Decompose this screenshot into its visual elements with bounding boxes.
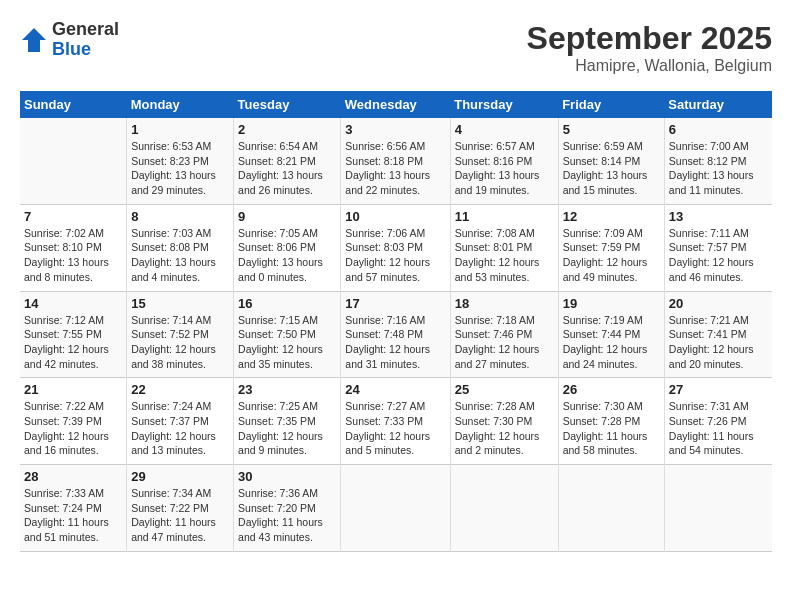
day-info: Sunrise: 7:09 AM Sunset: 7:59 PM Dayligh… <box>563 226 660 285</box>
day-number: 4 <box>455 122 554 137</box>
calendar-week-row: 28Sunrise: 7:33 AM Sunset: 7:24 PM Dayli… <box>20 465 772 552</box>
logo: General Blue <box>20 20 119 60</box>
day-header-friday: Friday <box>558 91 664 118</box>
day-info: Sunrise: 7:16 AM Sunset: 7:48 PM Dayligh… <box>345 313 445 372</box>
day-number: 27 <box>669 382 768 397</box>
calendar-week-row: 14Sunrise: 7:12 AM Sunset: 7:55 PM Dayli… <box>20 291 772 378</box>
day-number: 9 <box>238 209 336 224</box>
day-header-saturday: Saturday <box>664 91 772 118</box>
calendar-cell <box>450 465 558 552</box>
day-info: Sunrise: 7:15 AM Sunset: 7:50 PM Dayligh… <box>238 313 336 372</box>
day-info: Sunrise: 7:28 AM Sunset: 7:30 PM Dayligh… <box>455 399 554 458</box>
calendar-cell: 4Sunrise: 6:57 AM Sunset: 8:16 PM Daylig… <box>450 118 558 204</box>
calendar-cell: 10Sunrise: 7:06 AM Sunset: 8:03 PM Dayli… <box>341 204 450 291</box>
calendar-cell: 27Sunrise: 7:31 AM Sunset: 7:26 PM Dayli… <box>664 378 772 465</box>
day-number: 8 <box>131 209 229 224</box>
day-info: Sunrise: 7:18 AM Sunset: 7:46 PM Dayligh… <box>455 313 554 372</box>
calendar-cell: 25Sunrise: 7:28 AM Sunset: 7:30 PM Dayli… <box>450 378 558 465</box>
day-number: 21 <box>24 382 122 397</box>
day-info: Sunrise: 7:31 AM Sunset: 7:26 PM Dayligh… <box>669 399 768 458</box>
day-number: 18 <box>455 296 554 311</box>
day-number: 7 <box>24 209 122 224</box>
day-info: Sunrise: 6:54 AM Sunset: 8:21 PM Dayligh… <box>238 139 336 198</box>
day-info: Sunrise: 6:56 AM Sunset: 8:18 PM Dayligh… <box>345 139 445 198</box>
title-block: September 2025 Hamipre, Wallonia, Belgiu… <box>527 20 772 75</box>
calendar-cell: 20Sunrise: 7:21 AM Sunset: 7:41 PM Dayli… <box>664 291 772 378</box>
day-number: 16 <box>238 296 336 311</box>
day-info: Sunrise: 7:03 AM Sunset: 8:08 PM Dayligh… <box>131 226 229 285</box>
day-info: Sunrise: 7:25 AM Sunset: 7:35 PM Dayligh… <box>238 399 336 458</box>
day-number: 22 <box>131 382 229 397</box>
day-number: 26 <box>563 382 660 397</box>
calendar-week-row: 7Sunrise: 7:02 AM Sunset: 8:10 PM Daylig… <box>20 204 772 291</box>
calendar-cell: 22Sunrise: 7:24 AM Sunset: 7:37 PM Dayli… <box>127 378 234 465</box>
logo-icon <box>20 26 48 54</box>
day-number: 25 <box>455 382 554 397</box>
day-number: 12 <box>563 209 660 224</box>
page-header: General Blue September 2025 Hamipre, Wal… <box>20 20 772 75</box>
day-header-thursday: Thursday <box>450 91 558 118</box>
calendar-cell <box>558 465 664 552</box>
day-number: 1 <box>131 122 229 137</box>
day-number: 5 <box>563 122 660 137</box>
calendar-cell: 24Sunrise: 7:27 AM Sunset: 7:33 PM Dayli… <box>341 378 450 465</box>
calendar-cell <box>341 465 450 552</box>
calendar-week-row: 1Sunrise: 6:53 AM Sunset: 8:23 PM Daylig… <box>20 118 772 204</box>
day-number: 30 <box>238 469 336 484</box>
day-number: 29 <box>131 469 229 484</box>
day-info: Sunrise: 7:02 AM Sunset: 8:10 PM Dayligh… <box>24 226 122 285</box>
day-number: 3 <box>345 122 445 137</box>
day-number: 24 <box>345 382 445 397</box>
calendar-cell: 28Sunrise: 7:33 AM Sunset: 7:24 PM Dayli… <box>20 465 127 552</box>
day-info: Sunrise: 7:19 AM Sunset: 7:44 PM Dayligh… <box>563 313 660 372</box>
day-number: 14 <box>24 296 122 311</box>
day-number: 15 <box>131 296 229 311</box>
day-number: 6 <box>669 122 768 137</box>
calendar-cell: 1Sunrise: 6:53 AM Sunset: 8:23 PM Daylig… <box>127 118 234 204</box>
day-info: Sunrise: 7:12 AM Sunset: 7:55 PM Dayligh… <box>24 313 122 372</box>
day-number: 2 <box>238 122 336 137</box>
calendar-cell: 3Sunrise: 6:56 AM Sunset: 8:18 PM Daylig… <box>341 118 450 204</box>
day-info: Sunrise: 7:00 AM Sunset: 8:12 PM Dayligh… <box>669 139 768 198</box>
calendar-cell: 23Sunrise: 7:25 AM Sunset: 7:35 PM Dayli… <box>234 378 341 465</box>
svg-marker-0 <box>22 28 46 52</box>
day-info: Sunrise: 7:33 AM Sunset: 7:24 PM Dayligh… <box>24 486 122 545</box>
day-header-tuesday: Tuesday <box>234 91 341 118</box>
day-number: 17 <box>345 296 445 311</box>
calendar-cell: 12Sunrise: 7:09 AM Sunset: 7:59 PM Dayli… <box>558 204 664 291</box>
day-info: Sunrise: 7:11 AM Sunset: 7:57 PM Dayligh… <box>669 226 768 285</box>
day-info: Sunrise: 7:22 AM Sunset: 7:39 PM Dayligh… <box>24 399 122 458</box>
logo-general: General <box>52 19 119 39</box>
calendar-cell <box>664 465 772 552</box>
calendar-cell: 30Sunrise: 7:36 AM Sunset: 7:20 PM Dayli… <box>234 465 341 552</box>
day-info: Sunrise: 7:21 AM Sunset: 7:41 PM Dayligh… <box>669 313 768 372</box>
logo-text: General Blue <box>52 20 119 60</box>
calendar-cell: 15Sunrise: 7:14 AM Sunset: 7:52 PM Dayli… <box>127 291 234 378</box>
calendar-cell: 13Sunrise: 7:11 AM Sunset: 7:57 PM Dayli… <box>664 204 772 291</box>
day-number: 11 <box>455 209 554 224</box>
day-number: 19 <box>563 296 660 311</box>
calendar-cell: 11Sunrise: 7:08 AM Sunset: 8:01 PM Dayli… <box>450 204 558 291</box>
calendar-cell: 17Sunrise: 7:16 AM Sunset: 7:48 PM Dayli… <box>341 291 450 378</box>
day-info: Sunrise: 7:08 AM Sunset: 8:01 PM Dayligh… <box>455 226 554 285</box>
calendar-cell: 29Sunrise: 7:34 AM Sunset: 7:22 PM Dayli… <box>127 465 234 552</box>
calendar-cell: 26Sunrise: 7:30 AM Sunset: 7:28 PM Dayli… <box>558 378 664 465</box>
day-info: Sunrise: 6:59 AM Sunset: 8:14 PM Dayligh… <box>563 139 660 198</box>
day-header-sunday: Sunday <box>20 91 127 118</box>
calendar-cell: 8Sunrise: 7:03 AM Sunset: 8:08 PM Daylig… <box>127 204 234 291</box>
calendar-cell: 16Sunrise: 7:15 AM Sunset: 7:50 PM Dayli… <box>234 291 341 378</box>
calendar-table: SundayMondayTuesdayWednesdayThursdayFrid… <box>20 91 772 552</box>
logo-blue: Blue <box>52 39 91 59</box>
day-number: 20 <box>669 296 768 311</box>
day-header-monday: Monday <box>127 91 234 118</box>
day-info: Sunrise: 7:30 AM Sunset: 7:28 PM Dayligh… <box>563 399 660 458</box>
page-subtitle: Hamipre, Wallonia, Belgium <box>527 57 772 75</box>
day-header-wednesday: Wednesday <box>341 91 450 118</box>
calendar-cell: 18Sunrise: 7:18 AM Sunset: 7:46 PM Dayli… <box>450 291 558 378</box>
calendar-cell: 5Sunrise: 6:59 AM Sunset: 8:14 PM Daylig… <box>558 118 664 204</box>
day-number: 13 <box>669 209 768 224</box>
day-info: Sunrise: 6:57 AM Sunset: 8:16 PM Dayligh… <box>455 139 554 198</box>
day-number: 10 <box>345 209 445 224</box>
day-info: Sunrise: 7:05 AM Sunset: 8:06 PM Dayligh… <box>238 226 336 285</box>
calendar-cell: 9Sunrise: 7:05 AM Sunset: 8:06 PM Daylig… <box>234 204 341 291</box>
